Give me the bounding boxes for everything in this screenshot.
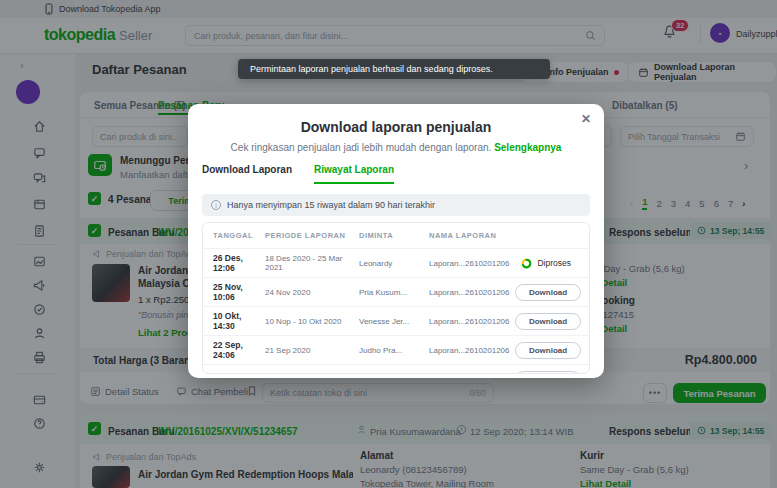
row-date: 10 Okt, 14:30 [213,311,265,331]
table-header-row: TANGGAL PERIODE LAPORAN DIMINTA NAMA LAP… [203,223,589,248]
row-requested: Pria Kusum... [359,288,429,297]
download-button[interactable]: Download [515,371,581,375]
download-button[interactable]: Download [515,342,581,359]
row-date: 25 Nov, 10:06 [213,282,265,302]
toast-notification: Permintaan laporan penjualan berhasil da… [238,59,550,79]
modal-subtitle-link[interactable]: Selengkapnya [494,142,561,153]
processing-label: Diproses [537,258,571,268]
row-date: 26 Des, 12:06 [213,253,265,273]
modal-tab-riwayat[interactable]: Riwayat Laporan [314,164,394,184]
modal-info-bar: i Hanya menyimpan 15 riwayat dalam 90 ha… [202,194,590,216]
col-periode: PERIODE LAPORAN [265,231,359,240]
modal-subtitle-text: Cek ringkasan penjualan jadi lebih mudah… [231,142,492,153]
report-history-table: TANGGAL PERIODE LAPORAN DIMINTA NAMA LAP… [202,222,590,374]
col-diminta: DIMINTA [359,231,429,240]
download-button[interactable]: Download [515,313,581,330]
row-name: Laporan...2610201206 [429,346,515,355]
row-requested: Venesse Jer... [359,317,429,326]
modal-title: Download laporan penjualan [188,119,604,135]
row-requested: Judho Pra... [359,346,429,355]
modal-info-text: Hanya menyimpan 15 riwayat dalam 90 hari… [227,200,435,210]
modal-subtitle: Cek ringkasan penjualan jadi lebih mudah… [188,142,604,153]
table-row: 26 Des, 12:06 18 Des 2020 - 25 Mar 2021 … [203,248,589,277]
table-row: 1 Agu, 12:06 Sep 2020 Rockerpower Lapora… [203,364,589,374]
row-period: 24 Nov 2020 [265,288,359,297]
row-period: 10 Nop - 10 Okt 2020 [265,317,359,326]
info-icon: i [211,200,221,210]
row-name: Laporan...2610201206 [429,288,515,297]
row-requested: Leonardy [359,259,429,268]
row-date: 22 Sep, 24:06 [213,340,265,360]
download-report-modal: ✕ Download laporan penjualan Cek ringkas… [188,104,604,378]
row-name: Laporan...2610201206 [429,259,515,268]
app-screen: Download Tokopedia App tokopediaSeller 3… [0,0,777,488]
row-period: 21 Sep 2020 [265,346,359,355]
row-period: 18 Des 2020 - 25 Mar 2021 [265,254,359,272]
row-name: Laporan...2610201206 [429,317,515,326]
modal-tabs: Download Laporan Riwayat Laporan [202,164,394,184]
toast-message: Permintaan laporan penjualan berhasil da… [250,64,493,74]
col-tanggal: TANGGAL [213,231,265,240]
processing-spinner-icon [521,258,532,269]
table-row: 25 Nov, 10:06 24 Nov 2020 Pria Kusum... … [203,277,589,306]
col-nama: NAMA LAPORAN [429,231,515,240]
modal-tab-download[interactable]: Download Laporan [202,164,292,184]
table-row: 22 Sep, 24:06 21 Sep 2020 Judho Pra... L… [203,335,589,364]
download-button[interactable]: Download [515,284,581,301]
table-row: 10 Okt, 14:30 10 Nop - 10 Okt 2020 Venes… [203,306,589,335]
row-status: Diproses [521,258,579,269]
